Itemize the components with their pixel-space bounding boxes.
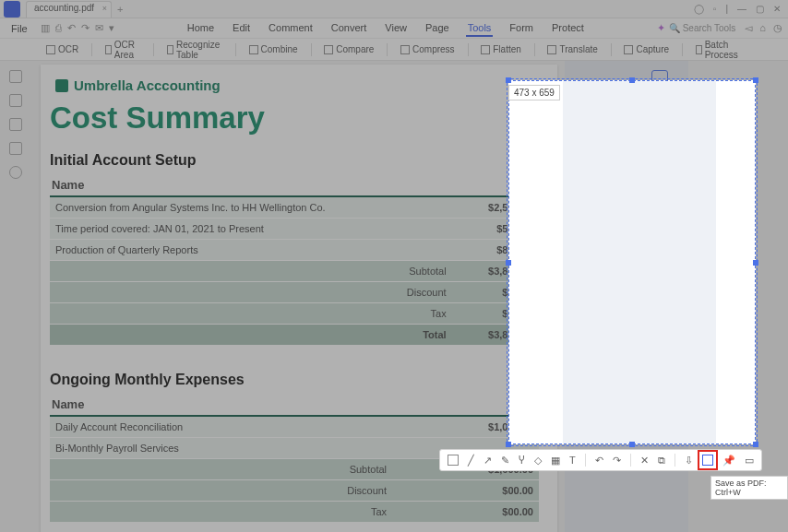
rectangle-icon[interactable] [448,455,459,466]
handle-w[interactable] [506,260,511,266]
handle-n[interactable] [629,77,635,83]
undo-snip-icon[interactable]: ↶ [595,455,603,467]
text-icon[interactable]: T [569,455,576,466]
maximize-icon[interactable]: ▢ [756,4,764,14]
separator [585,454,586,467]
save-image-icon[interactable]: ⇩ [685,455,693,467]
menu-home[interactable]: Home [185,20,216,37]
arrow-icon[interactable]: ↗ [484,455,492,467]
tool-compare[interactable]: Compare [324,44,374,54]
copy-icon[interactable]: ⧉ [658,455,665,467]
separator [630,454,631,467]
line-icon[interactable]: ╱ [468,455,474,467]
tool-compress[interactable]: Compress [400,44,455,54]
minimize-icon[interactable]: — [737,4,746,14]
left-sidebar [0,61,31,532]
selection-preview [563,81,716,443]
eraser-icon[interactable]: ◇ [534,455,542,467]
handle-sw[interactable] [506,442,511,447]
save-icon[interactable]: ▥ [41,22,50,34]
layers-icon[interactable] [9,142,22,155]
home-icon[interactable]: ⌂ [759,22,766,34]
capture-selection[interactable] [508,80,756,444]
help-icon[interactable]: ◷ [773,22,782,34]
menu-comment[interactable]: Comment [267,20,315,37]
menu-convert[interactable]: Convert [329,20,369,37]
handle-s[interactable] [629,442,635,447]
pen-icon[interactable]: ✎ [501,455,509,467]
sep-icon: | [725,4,728,14]
menu-page[interactable]: Page [424,20,451,37]
tool-combine[interactable]: Combine [249,44,298,54]
capture-toolbar: ╱ ↗ ✎ Ⴤ ◇ ▦ T ↶ ↷ ✕ ⧉ ⇩ 📌 ▭ [439,449,762,471]
section1-table: NamePrice Conversion from Angular System… [50,174,539,346]
handle-ne[interactable] [753,77,758,83]
handle-e[interactable] [753,260,758,266]
more-icon[interactable]: ▾ [109,22,114,34]
total-row: Total$3,800.00 [50,325,539,346]
menu-form[interactable]: Form [507,20,535,37]
ai-icon[interactable]: ✦ [657,22,665,34]
selection-size-label: 473 x 659 [508,85,560,100]
save-pdf-tooltip: Save as PDF: Ctrl+W [710,476,788,500]
summary-row: Discount$00.00 [50,282,539,303]
titlebar: accounting.pdf × + ◯ ▫ | — ▢ ✕ [0,0,788,18]
attachments-icon[interactable] [9,118,22,131]
window-controls: ◯ ▫ | — ▢ ✕ [694,4,788,14]
bookmarks-icon[interactable] [9,94,22,107]
close-window-icon[interactable]: ✕ [773,4,781,14]
close-tab-icon[interactable]: × [102,4,107,13]
handle-se[interactable] [753,442,758,447]
table-row: Daily Account Reconciliation$1,000.00 [50,416,539,438]
summary-row: Subtotal$3,800.00 [50,261,539,282]
new-tab-button[interactable]: + [117,4,123,15]
undo-icon[interactable]: ↶ [67,22,76,34]
cancel-icon[interactable]: ✕ [640,455,649,467]
tool-ocr[interactable]: OCR [46,44,78,54]
tool-capture[interactable]: Capture [624,44,669,54]
menu-tools[interactable]: Tools [466,20,494,37]
section2-heading: Ongoing Monthly Expenses [50,372,539,388]
table-row: Time period covered: JAN 01, 2021 to Pre… [50,219,539,240]
brand: Umbrella Acccounting [55,77,539,93]
section1-heading: Initial Account Setup [50,152,539,169]
thumbnails-icon[interactable] [9,70,22,83]
search-tools[interactable]: 🔍 Search Tools [669,23,735,33]
highlighter-icon[interactable]: Ⴤ [519,455,525,467]
brand-name: Umbrella Acccounting [74,77,221,93]
quick-access-toolbar: ▥ ⎙ ↶ ↷ ✉ ▾ [41,22,114,34]
menu-view[interactable]: View [383,20,409,37]
document-tab[interactable]: accounting.pdf × [26,1,112,18]
handle-nw[interactable] [506,77,511,83]
app-logo-icon [4,1,20,18]
save-pdf-icon[interactable] [702,455,713,466]
pin-icon[interactable]: 📌 [722,455,735,467]
page-title: Cost Summary [50,100,539,136]
share-icon[interactable]: ▫ [713,4,717,14]
col-name: Name [50,394,398,416]
tool-translate[interactable]: Translate [547,44,597,54]
tool-batch-process[interactable]: Batch Process [696,40,742,60]
tab-title: accounting.pdf [34,3,94,13]
comments-icon[interactable] [9,166,22,179]
separator [675,454,675,467]
mosaic-icon[interactable]: ▦ [551,455,560,467]
col-name: Name [50,174,458,196]
table-row: Production of Quarterly Reports$800.00 [50,240,539,261]
menu-protect[interactable]: Protect [550,20,586,37]
tool-recognize-table[interactable]: Recognize Table [167,40,222,60]
menu-edit[interactable]: Edit [231,20,252,37]
mail-icon[interactable]: ✉ [95,22,103,34]
redo-snip-icon[interactable]: ↷ [613,455,621,467]
tool-flatten[interactable]: Flatten [481,44,521,54]
file-menu[interactable]: File [6,21,33,36]
tool-ocr-area[interactable]: OCR Area [105,40,140,60]
redo-icon[interactable]: ↷ [81,22,90,34]
main-menu: HomeEditCommentConvertViewPageToolsFormP… [185,20,586,37]
print-icon[interactable]: ⎙ [55,22,62,34]
summary-row: Discount$00.00 [50,480,539,502]
attach-icon[interactable]: ▭ [745,455,754,467]
send-icon[interactable]: ◅ [745,22,752,34]
cloud-icon[interactable]: ◯ [694,4,704,14]
summary-row: Tax$00.00 [50,303,539,325]
